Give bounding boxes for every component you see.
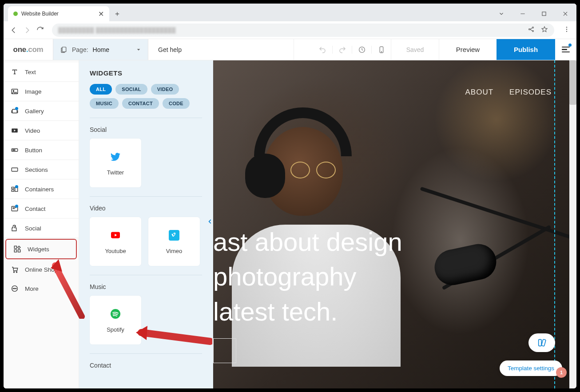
publish-button[interactable]: Publish [497, 39, 555, 60]
tool-label: Online Shop [25, 266, 58, 273]
filter-music[interactable]: MUSIC [90, 98, 119, 109]
chevron-down-icon[interactable] [498, 11, 505, 18]
bookmark-star-icon[interactable] [541, 26, 548, 35]
hero-line: photography [213, 259, 402, 294]
redo-button[interactable] [332, 46, 352, 54]
widgets-panel: WIDGETS ALL SOCIAL VIDEO MUSIC CONTACT C… [79, 60, 213, 388]
svg-rect-35 [541, 339, 546, 346]
tool-label: Containers [25, 186, 54, 193]
share-icon[interactable] [528, 26, 535, 35]
tool-widgets[interactable]: Widgets [5, 239, 77, 259]
tool-online-shop[interactable]: Online Shop [4, 260, 79, 279]
svg-point-10 [381, 51, 381, 51]
tab-title: Website Builder [21, 11, 95, 17]
collapse-panel-button[interactable] [207, 218, 213, 226]
reload-button[interactable] [36, 26, 44, 34]
tools-sidebar: Text Image Gallery Video Button Sect [4, 60, 79, 388]
svg-point-12 [13, 90, 14, 91]
new-tab-button[interactable]: ＋ [109, 7, 125, 21]
browser-tab[interactable]: Website Builder ✕ [8, 6, 109, 21]
tool-label: Text [25, 69, 36, 75]
tool-gallery[interactable]: Gallery [4, 102, 79, 121]
history-button[interactable] [352, 46, 371, 54]
hero-cta-button[interactable] [213, 338, 236, 363]
filter-code[interactable]: CODE [163, 98, 190, 109]
tab-favicon [13, 12, 18, 16]
pages-icon [60, 46, 68, 53]
svg-point-4 [566, 27, 567, 28]
address-bar[interactable]: █████████ ████████████████████ [52, 24, 554, 37]
tool-sections[interactable]: Sections [4, 160, 79, 179]
svg-point-26 [16, 272, 17, 273]
tool-contact[interactable]: Contact [4, 199, 79, 218]
widget-card-twitter[interactable]: Twitter [90, 139, 141, 187]
help-label: Get help [158, 46, 182, 53]
svg-rect-17 [12, 168, 18, 171]
app-toolbar: one.com Page: Home Get help [4, 39, 576, 60]
filter-video[interactable]: VIDEO [151, 84, 179, 95]
badge-dot [15, 185, 18, 188]
page-selector[interactable]: Page: Home [53, 39, 148, 60]
preview-button[interactable]: Preview [439, 39, 497, 60]
tool-more[interactable]: More [4, 279, 79, 298]
tool-containers[interactable]: Containers [4, 180, 79, 199]
scrollbar-thumb[interactable] [569, 60, 576, 105]
mobile-preview-button[interactable] [371, 46, 391, 54]
nav-about[interactable]: ABOUT [465, 88, 494, 97]
svg-rect-22 [14, 246, 16, 248]
close-window-icon[interactable] [562, 11, 568, 18]
svg-rect-24 [18, 250, 20, 252]
close-tab-icon[interactable]: ✕ [98, 10, 104, 18]
notification-count-badge: 1 [556, 367, 567, 378]
filter-contact[interactable]: CONTACT [122, 98, 159, 109]
tool-label: Widgets [28, 246, 49, 253]
svg-point-5 [566, 28, 567, 29]
nav-episodes[interactable]: EPISODES [509, 88, 552, 97]
twitter-icon [109, 150, 122, 163]
hero-heading[interactable]: ast about design photography latest tech… [213, 225, 402, 329]
logo-part-com: com [28, 45, 43, 54]
get-help-button[interactable]: Get help [148, 39, 294, 60]
section-contact-title: Contact [90, 362, 202, 369]
widget-filters: ALL SOCIAL VIDEO MUSIC CONTACT CODE [90, 84, 202, 109]
svg-point-1 [529, 28, 530, 30]
filter-social[interactable]: SOCIAL [115, 84, 147, 95]
color-palette-button[interactable] [528, 333, 555, 352]
template-settings-label: Template settings [508, 365, 554, 372]
page-name: Home [93, 46, 109, 53]
logo-part-one: one [13, 45, 26, 54]
section-social-title: Social [90, 126, 202, 133]
tool-label: Video [25, 127, 40, 134]
image-icon [11, 87, 19, 95]
widget-card-vimeo[interactable]: Vimeo [148, 217, 200, 266]
browser-toolbar: █████████ ████████████████████ [4, 21, 576, 39]
minimize-icon[interactable] [520, 11, 526, 18]
tool-image[interactable]: Image [4, 82, 79, 101]
site-nav: ABOUT EPISODES [465, 88, 552, 97]
tool-button[interactable]: Button [4, 141, 79, 160]
tool-label: Button [25, 147, 42, 154]
section-music-title: Music [90, 283, 202, 290]
undo-button[interactable] [313, 46, 332, 54]
widget-card-youtube[interactable]: Youtube [90, 217, 141, 266]
app-logo[interactable]: one.com [4, 39, 53, 60]
back-button[interactable] [10, 26, 18, 34]
youtube-icon [109, 229, 122, 242]
tool-video[interactable]: Video [4, 121, 79, 140]
browser-menu-icon[interactable] [563, 26, 570, 35]
editor-canvas[interactable]: ABOUT EPISODES ast about design photogra… [213, 60, 576, 388]
widget-card-spotify[interactable]: Spotify [90, 296, 141, 344]
divider [90, 275, 202, 275]
forward-button[interactable] [23, 26, 31, 34]
svg-rect-19 [12, 190, 14, 192]
widget-card-label: Vimeo [166, 248, 183, 254]
tool-text[interactable]: Text [4, 63, 79, 82]
maximize-icon[interactable] [541, 11, 547, 18]
filter-all[interactable]: ALL [90, 84, 112, 95]
caret-down-icon [136, 46, 141, 53]
tool-social[interactable]: Social [4, 219, 79, 238]
template-settings-button[interactable]: Template settings [500, 360, 562, 376]
palette-icon [537, 338, 547, 348]
account-menu-button[interactable] [555, 39, 576, 60]
scrollbar-track[interactable] [569, 60, 576, 388]
